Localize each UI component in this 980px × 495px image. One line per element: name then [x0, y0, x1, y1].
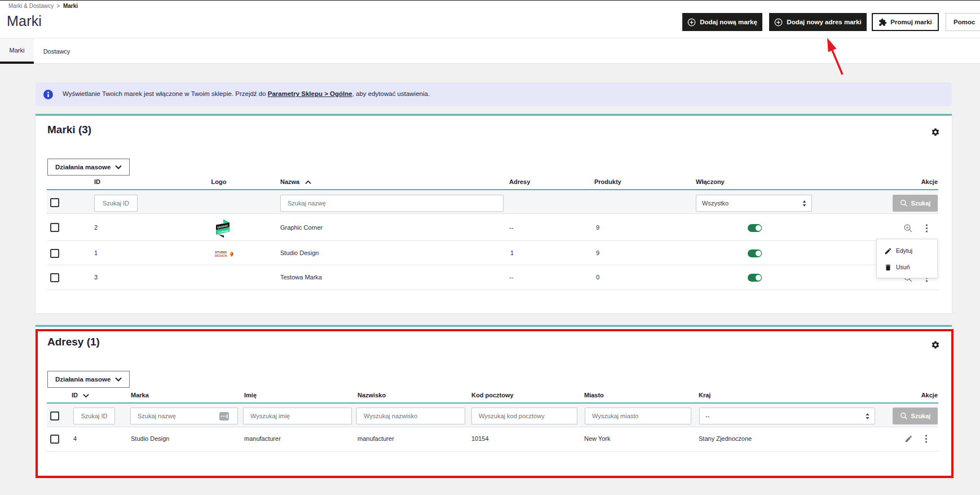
svg-text:DESIGN: DESIGN [215, 254, 227, 257]
